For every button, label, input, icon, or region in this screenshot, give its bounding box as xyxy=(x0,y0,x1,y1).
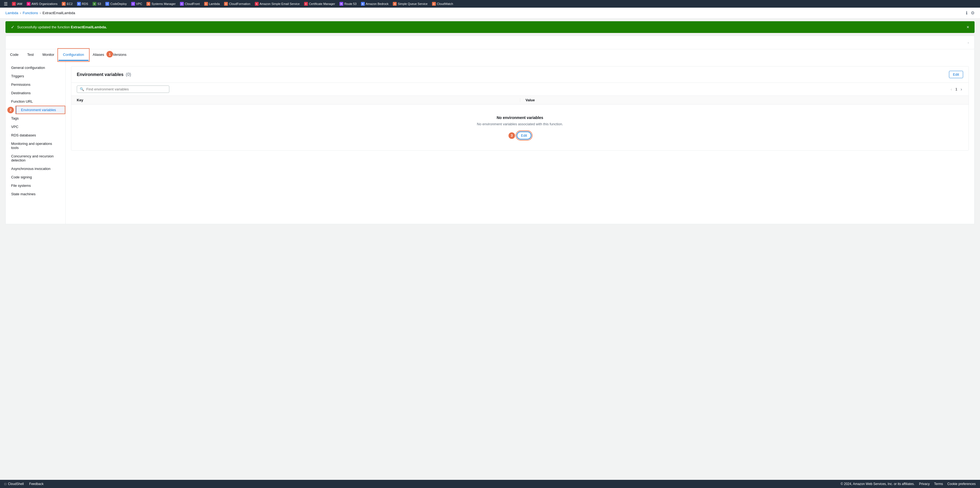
env-vars-count: (0) xyxy=(126,72,131,77)
nav-cloudwatch[interactable]: C CloudWatch xyxy=(430,2,455,6)
iam-icon: I xyxy=(12,2,16,6)
codedeploy-icon: C xyxy=(105,2,109,6)
sidebar-item-code-signing[interactable]: Code signing xyxy=(6,173,65,181)
tab-aliases[interactable]: Aliases xyxy=(89,49,109,61)
table-header: Key Value xyxy=(71,96,969,105)
tab-test[interactable]: Test xyxy=(23,49,38,61)
route53-icon: R xyxy=(339,2,343,6)
sidebar-item-triggers[interactable]: Triggers xyxy=(6,72,65,80)
tab-monitor[interactable]: Monitor xyxy=(38,49,59,61)
nav-cloudfront[interactable]: C CloudFront xyxy=(178,2,201,6)
cloudfront-icon: C xyxy=(180,2,184,6)
organizations-icon: O xyxy=(27,2,30,6)
nav-systems-manager[interactable]: S Systems Manager xyxy=(145,2,177,6)
cloudformation-icon: C xyxy=(224,2,228,6)
search-input[interactable] xyxy=(86,87,166,91)
nav-s3[interactable]: S S3 xyxy=(91,2,103,6)
bedrock-icon: B xyxy=(361,2,365,6)
sidebar-item-function-url[interactable]: Function URL xyxy=(6,97,65,106)
next-page-button[interactable]: › xyxy=(959,86,963,92)
sidebar-item-file-systems[interactable]: File systems xyxy=(6,181,65,190)
nav-organizations[interactable]: O AWS Organizations xyxy=(25,2,59,6)
annotation-3: 3 xyxy=(509,132,515,139)
breadcrumb-sep2: › xyxy=(40,11,41,15)
tab-configuration[interactable]: Configuration xyxy=(59,49,88,61)
search-row: 🔍 ‹ 1 › xyxy=(71,83,969,96)
nav-vpc[interactable]: V VPC xyxy=(130,2,144,6)
placeholder-dash: - xyxy=(968,41,969,45)
nav-ec2[interactable]: E EC2 xyxy=(60,2,74,6)
content-area: Environment variables (0) Edit 🔍 ‹ 1 › xyxy=(65,61,974,224)
tab-code[interactable]: Code xyxy=(6,49,23,61)
code-area-placeholder: - xyxy=(5,36,975,49)
annotation-2: 2 xyxy=(7,107,14,113)
sidebar-item-state-machines[interactable]: State machines xyxy=(6,190,65,198)
settings-icon[interactable]: ⚙ xyxy=(971,10,975,16)
certificate-icon: C xyxy=(304,2,308,6)
nav-lambda[interactable]: λ Lambda xyxy=(202,2,221,6)
sidebar-item-environment-variables[interactable]: Environment variables xyxy=(16,106,65,114)
nav-bedrock[interactable]: B Amazon Bedrock xyxy=(360,2,390,6)
empty-state-action: 3 Edit xyxy=(77,132,963,139)
col-value-header: Value xyxy=(526,98,963,102)
sidebar-item-monitoring-tools[interactable]: Monitoring and operations tools xyxy=(6,139,65,152)
nav-codedeploy[interactable]: C CodeDeploy xyxy=(104,2,129,6)
breadcrumb: Lambda › Functions › ExtractEmailLambda … xyxy=(0,8,980,19)
sidebar-item-destinations[interactable]: Destinations xyxy=(6,89,65,97)
nav-route53[interactable]: R Route 53 xyxy=(338,2,358,6)
panel-title: Environment variables (0) xyxy=(77,72,131,77)
panel-header-right: Edit xyxy=(949,71,963,78)
ec2-icon: E xyxy=(62,2,65,6)
cloudwatch-icon: C xyxy=(432,2,436,6)
breadcrumb-sep1: › xyxy=(20,11,21,15)
search-icon: 🔍 xyxy=(80,87,84,91)
pagination: ‹ 1 › xyxy=(950,86,963,92)
systems-manager-icon: S xyxy=(146,2,150,6)
close-banner-button[interactable]: × xyxy=(967,25,969,30)
breadcrumb-functions[interactable]: Functions xyxy=(22,11,38,15)
info-icon[interactable]: ℹ xyxy=(966,10,967,16)
sidebar-item-permissions[interactable]: Permissions xyxy=(6,80,65,89)
vpc-icon: V xyxy=(131,2,135,6)
nav-sqs[interactable]: S Simple Queue Service xyxy=(391,2,429,6)
nav-ses[interactable]: S Amazon Simple Email Service xyxy=(253,2,301,6)
sidebar-item-general-configuration[interactable]: General configuration xyxy=(6,64,65,72)
menu-icon[interactable]: ☰ xyxy=(2,2,9,6)
sidebar-item-concurrency[interactable]: Concurrency and recursion detection xyxy=(6,152,65,164)
search-container: 🔍 xyxy=(77,86,169,93)
sidebar-item-tags[interactable]: Tags xyxy=(6,114,65,123)
tabs-container: 1 Code Test Monitor Configuration Aliase… xyxy=(5,49,975,61)
nav-rds[interactable]: R RDS xyxy=(75,2,90,6)
tabs-row: Code Test Monitor Configuration Aliases … xyxy=(6,49,974,61)
nav-iam[interactable]: I IAM xyxy=(10,2,24,6)
sidebar-item-rds-databases[interactable]: RDS databases xyxy=(6,131,65,139)
sqs-icon: S xyxy=(393,2,397,6)
panel-header: Environment variables (0) Edit xyxy=(71,67,969,83)
ses-icon: S xyxy=(255,2,259,6)
empty-state: No environment variables No environment … xyxy=(71,105,969,150)
nav-cloudformation[interactable]: C CloudFormation xyxy=(223,2,252,6)
banner-message: Successfully updated the function Extrac… xyxy=(17,25,107,29)
breadcrumb-actions: ℹ ⚙ xyxy=(966,10,975,16)
breadcrumb-lambda[interactable]: Lambda xyxy=(5,11,18,15)
top-navigation: ☰ I IAM O AWS Organizations E EC2 R RDS … xyxy=(0,0,980,8)
annotation-1: 1 xyxy=(107,51,115,57)
sidebar-item-vpc[interactable]: VPC xyxy=(6,123,65,131)
lambda-icon: λ xyxy=(204,2,208,6)
empty-state-title: No environment variables xyxy=(77,115,963,120)
sidebar: General configuration Triggers Permissio… xyxy=(6,61,65,224)
prev-page-button[interactable]: ‹ xyxy=(950,86,953,92)
success-icon: ✓ xyxy=(11,24,14,30)
success-banner: ✓ Successfully updated the function Extr… xyxy=(5,21,975,33)
edit-button-top[interactable]: Edit xyxy=(949,71,963,78)
main-content: General configuration Triggers Permissio… xyxy=(5,61,975,224)
rds-icon: R xyxy=(77,2,81,6)
page-number: 1 xyxy=(955,87,957,91)
nav-certificate-manager[interactable]: C Certificate Manager xyxy=(302,2,337,6)
breadcrumb-current: ExtractEmailLambda xyxy=(43,11,75,15)
col-key-header: Key xyxy=(77,98,514,102)
sidebar-item-async-invocation[interactable]: Asynchronous invocation xyxy=(6,164,65,173)
s3-icon: S xyxy=(92,2,96,6)
empty-state-desc: No environment variables associated with… xyxy=(77,122,963,126)
edit-button-center[interactable]: Edit xyxy=(517,132,531,139)
